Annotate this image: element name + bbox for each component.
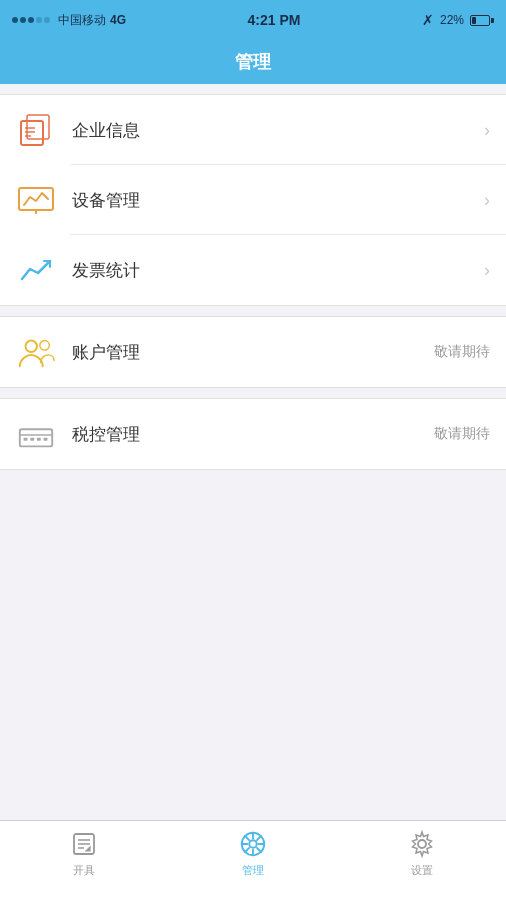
invoice-stats-arrow: › xyxy=(484,260,490,281)
settings-icon xyxy=(407,829,437,859)
svg-rect-15 xyxy=(30,438,34,441)
battery-nub xyxy=(491,18,494,23)
svg-point-32 xyxy=(418,840,426,848)
svg-rect-17 xyxy=(44,438,48,441)
main-content: 企业信息 › 设备管理 › xyxy=(0,84,506,900)
signal-dot-3 xyxy=(28,17,34,23)
svg-rect-12 xyxy=(20,429,52,446)
tax-management-label: 税控管理 xyxy=(72,423,426,446)
account-management-icon xyxy=(16,332,56,372)
device-management-icon xyxy=(16,180,56,220)
company-info-arrow: › xyxy=(484,120,490,141)
kaijv-icon xyxy=(69,829,99,859)
menu-item-invoice-stats[interactable]: 发票统计 › xyxy=(0,235,506,305)
account-management-label: 账户管理 xyxy=(72,341,426,364)
invoice-stats-label: 发票统计 xyxy=(72,259,476,282)
account-management-coming: 敬请期待 xyxy=(434,343,490,361)
page-title: 管理 xyxy=(235,50,271,74)
battery-fill xyxy=(472,17,476,24)
menu-section-2: 账户管理 敬请期待 xyxy=(0,316,506,388)
signal-dots xyxy=(12,17,50,23)
svg-line-31 xyxy=(245,848,249,852)
menu-item-company-info[interactable]: 企业信息 › xyxy=(0,95,506,165)
bluetooth-icon: ✗ xyxy=(422,12,434,28)
svg-line-29 xyxy=(257,848,261,852)
svg-rect-16 xyxy=(37,438,41,441)
device-management-label: 设备管理 xyxy=(72,189,476,212)
svg-rect-0 xyxy=(21,121,43,145)
tax-management-coming: 敬请期待 xyxy=(434,425,490,443)
manage-icon xyxy=(238,829,268,859)
company-info-icon xyxy=(16,110,56,150)
company-info-label: 企业信息 xyxy=(72,119,476,142)
tax-management-icon xyxy=(16,414,56,454)
menu-section-3: 税控管理 敬请期待 xyxy=(0,398,506,470)
battery-icon xyxy=(470,15,494,26)
status-bar: 中国移动 4G 4:21 PM ✗ 22% xyxy=(0,0,506,40)
tab-label-manage: 管理 xyxy=(242,863,264,878)
status-right: ✗ 22% xyxy=(422,12,494,28)
app-container: 中国移动 4G 4:21 PM ✗ 22% 管理 xyxy=(0,0,506,900)
battery-body xyxy=(470,15,490,26)
svg-line-28 xyxy=(245,836,249,840)
menu-item-device-management[interactable]: 设备管理 › xyxy=(0,165,506,235)
carrier-label: 中国移动 xyxy=(58,12,106,29)
status-time: 4:21 PM xyxy=(248,12,301,28)
signal-dot-1 xyxy=(12,17,18,23)
tab-bar: 开具 管理 xyxy=(0,820,506,900)
network-label: 4G xyxy=(110,13,126,27)
svg-rect-14 xyxy=(24,438,28,441)
tab-label-settings: 设置 xyxy=(411,863,433,878)
tab-item-settings[interactable]: 设置 xyxy=(337,829,506,878)
status-left: 中国移动 4G xyxy=(12,12,126,29)
tab-item-kaijv[interactable]: 开具 xyxy=(0,829,169,878)
menu-item-tax-management[interactable]: 税控管理 敬请期待 xyxy=(0,399,506,469)
signal-dot-2 xyxy=(20,17,26,23)
svg-line-30 xyxy=(257,836,261,840)
svg-point-11 xyxy=(40,341,50,351)
menu-section-1: 企业信息 › 设备管理 › xyxy=(0,94,506,306)
invoice-stats-icon xyxy=(16,250,56,290)
page-header: 管理 xyxy=(0,40,506,84)
signal-dot-5 xyxy=(44,17,50,23)
menu-item-account-management[interactable]: 账户管理 敬请期待 xyxy=(0,317,506,387)
signal-dot-4 xyxy=(36,17,42,23)
device-management-arrow: › xyxy=(484,190,490,211)
tab-label-kaijv: 开具 xyxy=(73,863,95,878)
svg-point-23 xyxy=(249,840,257,848)
battery-percent: 22% xyxy=(440,13,464,27)
tab-item-manage[interactable]: 管理 xyxy=(169,829,338,878)
svg-point-10 xyxy=(26,341,37,352)
